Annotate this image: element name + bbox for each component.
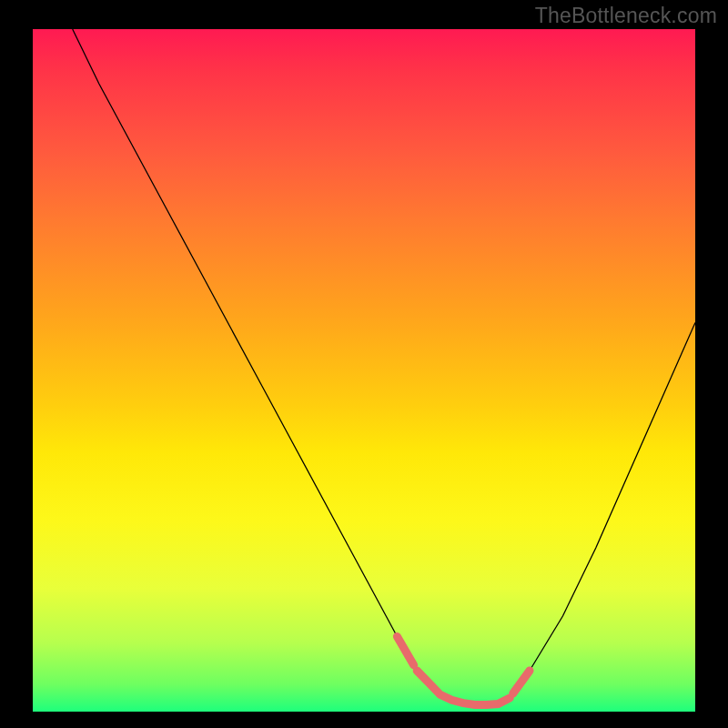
plot-gradient-area	[33, 29, 695, 712]
curve-left-marker	[397, 637, 413, 665]
watermark-text: TheBottleneck.com	[535, 4, 717, 28]
curve-flat-segment	[417, 671, 510, 705]
curve-right-marker	[513, 671, 530, 693]
curve-svg	[33, 29, 695, 712]
bottleneck-curve	[73, 29, 695, 705]
chart-container: TheBottleneck.com	[0, 0, 728, 728]
